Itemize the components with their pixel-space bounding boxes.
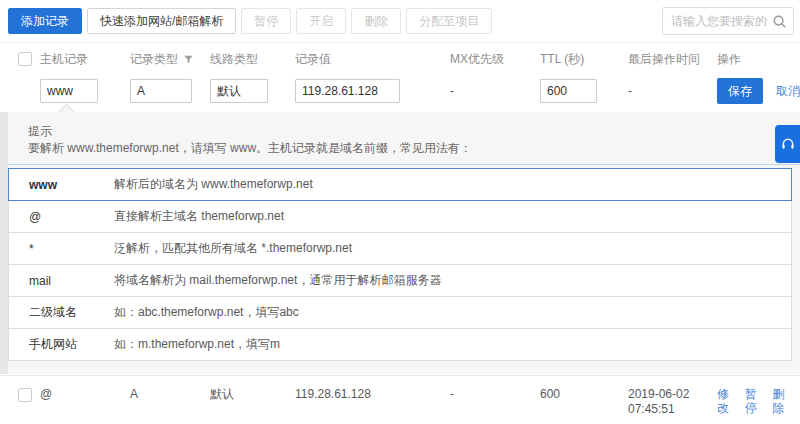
- tip-divider: [0, 164, 800, 165]
- tip-row-subdomain[interactable]: 二级域名 如：abc.themeforwp.net，填写abc: [8, 296, 792, 329]
- quick-add-button[interactable]: 快速添加网站/邮箱解析: [87, 8, 236, 34]
- headset-icon: [780, 136, 796, 152]
- header-host: 主机记录: [40, 51, 130, 68]
- record-host: @: [40, 387, 130, 401]
- search-icon[interactable]: [772, 14, 787, 29]
- record-edit-row: - - 保存 取消: [0, 78, 800, 104]
- tip-term: mail: [29, 274, 114, 288]
- tip-term: 手机网站: [29, 336, 114, 353]
- tip-row-at[interactable]: @ 直接解析主域名 themeforwp.net: [8, 200, 792, 233]
- host-input[interactable]: [40, 79, 98, 103]
- tip-desc: 泛解析，匹配其他所有域名 *.themeforwp.net: [114, 240, 352, 257]
- tip-subtitle: 要解析 www.themeforwp.net，请填写 www。主机记录就是域名前…: [28, 140, 472, 157]
- record-date: 2019-06-02: [628, 387, 717, 402]
- header-value: 记录值: [295, 51, 450, 68]
- tip-desc: 将域名解析为 mail.themeforwp.net，通常用于解析邮箱服务器: [114, 272, 441, 289]
- enable-button[interactable]: 开启: [296, 8, 346, 34]
- tip-title: 提示: [28, 123, 52, 140]
- tip-panel: 提示 要解析 www.themeforwp.net，请填写 www。主机记录就是…: [0, 112, 800, 374]
- pause-button[interactable]: 暂停: [241, 8, 291, 34]
- record-value: 119.28.61.128: [295, 387, 450, 401]
- assign-project-button[interactable]: 分配至项目: [406, 8, 492, 34]
- tip-row-wildcard[interactable]: * 泛解析，匹配其他所有域名 *.themeforwp.net: [8, 232, 792, 265]
- support-tab[interactable]: [775, 125, 800, 163]
- table-header: 主机记录 记录类型 线路类型 记录值 MX优先级 TTL (秒) 最后操作时间 …: [0, 48, 800, 70]
- search-input[interactable]: [663, 14, 772, 28]
- header-type: 记录类型: [130, 51, 210, 68]
- tip-row-mail[interactable]: mail 将域名解析为 mail.themeforwp.net，通常用于解析邮箱…: [8, 264, 792, 297]
- edit-time-value: -: [628, 84, 717, 98]
- tip-caret: [59, 104, 75, 120]
- edit-mx-value: -: [450, 84, 540, 98]
- pause-link[interactable]: 暂停: [745, 387, 764, 415]
- row-checkbox[interactable]: [18, 388, 32, 402]
- tip-term: 二级域名: [29, 304, 114, 321]
- record-line: 默认: [210, 387, 295, 401]
- delete-button[interactable]: 删除: [351, 8, 401, 34]
- tip-term: @: [29, 210, 114, 224]
- modify-link[interactable]: 修改: [717, 387, 736, 415]
- header-line: 线路类型: [210, 51, 295, 68]
- line-input[interactable]: [210, 79, 268, 103]
- record-mx: -: [450, 387, 540, 401]
- header-time: 最后操作时间: [628, 51, 717, 68]
- filter-icon[interactable]: [183, 54, 194, 65]
- page-left-gutter: [0, 112, 8, 374]
- ttl-input[interactable]: [540, 79, 597, 103]
- header-ttl: TTL (秒): [540, 51, 628, 68]
- value-input[interactable]: [295, 79, 400, 103]
- record-ttl: 600: [540, 387, 628, 401]
- header-ops: 操作: [717, 51, 800, 68]
- dns-records-page: 添加记录 快速添加网站/邮箱解析 暂停 开启 删除 分配至项目 主机记录 记录类…: [0, 0, 800, 424]
- type-input[interactable]: [130, 79, 192, 103]
- table-row: @ A 默认 119.28.61.128 - 600 2019-06-02 07…: [0, 375, 800, 424]
- toolbar: 添加记录 快速添加网站/邮箱解析 暂停 开启 删除 分配至项目: [8, 8, 492, 34]
- tip-term: *: [29, 242, 114, 256]
- tip-row-mobile[interactable]: 手机网站 如：m.themeforwp.net，填写m: [8, 328, 792, 361]
- select-all-checkbox[interactable]: [18, 52, 32, 66]
- toolbar-divider: [0, 42, 800, 43]
- record-time: 07:45:51: [628, 402, 717, 417]
- search-box: [662, 7, 794, 35]
- save-button[interactable]: 保存: [717, 78, 763, 104]
- tip-desc: 如：abc.themeforwp.net，填写abc: [114, 304, 299, 321]
- tip-term: www: [29, 178, 114, 192]
- tip-desc: 如：m.themeforwp.net，填写m: [114, 336, 280, 353]
- tip-desc: 解析后的域名为 www.themeforwp.net: [114, 176, 313, 193]
- cancel-link[interactable]: 取消: [776, 83, 800, 100]
- tip-usage-list: www 解析后的域名为 www.themeforwp.net @ 直接解析主域名…: [8, 168, 792, 361]
- tip-desc: 直接解析主域名 themeforwp.net: [114, 208, 284, 225]
- header-type-label: 记录类型: [130, 51, 178, 68]
- delete-link[interactable]: 删除: [772, 387, 791, 415]
- record-type: A: [130, 387, 210, 401]
- add-record-button[interactable]: 添加记录: [8, 8, 82, 34]
- tip-row-www[interactable]: www 解析后的域名为 www.themeforwp.net: [8, 168, 792, 201]
- header-mx: MX优先级: [450, 51, 540, 68]
- record-last-op-time: 2019-06-02 07:45:51: [628, 387, 717, 417]
